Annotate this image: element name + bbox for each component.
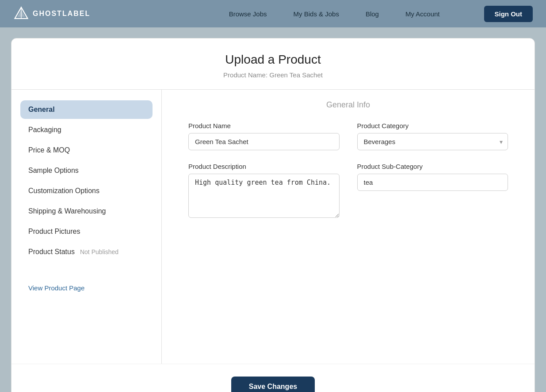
page-title: Upload a Product (20, 53, 526, 67)
product-subcategory-input[interactable] (357, 174, 508, 191)
nav-browse-jobs[interactable]: Browse Jobs (229, 10, 267, 18)
nav-links: Browse Jobs My Bids & Jobs Blog My Accou… (229, 6, 533, 22)
product-description-label: Product Description (188, 163, 340, 170)
sidebar-item-shipping-warehousing[interactable]: Shipping & Warehousing (20, 202, 153, 221)
section-title: General Info (188, 100, 508, 110)
navbar: GHOSTLABEL Browse Jobs My Bids & Jobs Bl… (0, 0, 546, 27)
sidebar-item-price-moq[interactable]: Price & MOQ (20, 141, 153, 160)
product-category-label: Product Category (357, 122, 508, 129)
product-status-badge: Not Published (80, 248, 118, 255)
product-description-textarea[interactable]: High quality green tea from China. (188, 174, 340, 218)
nav-my-account[interactable]: My Account (405, 10, 440, 18)
sign-out-button[interactable]: Sign Out (484, 6, 533, 22)
card-body: General Packaging Price & MOQ Sample Opt… (11, 90, 535, 364)
nav-blog[interactable]: Blog (366, 10, 379, 18)
product-status-label: Product Status (28, 248, 75, 256)
card-footer: Save Changes (11, 364, 535, 392)
nav-my-bids-jobs[interactable]: My Bids & Jobs (294, 10, 339, 18)
form-content: General Info Product Name Product Catego… (162, 90, 535, 364)
brand-logo[interactable]: GHOSTLABEL (13, 6, 90, 22)
sidebar-item-customization-options[interactable]: Customization Options (20, 182, 153, 200)
page-wrapper: Upload a Product Product Name: Green Tea… (0, 27, 546, 392)
form-group-product-category: Product Category Beverages Food Health B… (357, 122, 508, 150)
product-subcategory-label: Product Sub-Category (357, 163, 508, 170)
form-group-product-name: Product Name (188, 122, 340, 150)
product-category-select-wrapper: Beverages Food Health Beauty Other ▾ (357, 133, 508, 150)
form-row-1: Product Name Product Category Beverages … (188, 122, 508, 150)
form-group-product-subcategory: Product Sub-Category (357, 163, 508, 218)
product-status-row: Product Status Not Published (20, 243, 153, 261)
card-header: Upload a Product Product Name: Green Tea… (11, 38, 535, 90)
sidebar: General Packaging Price & MOQ Sample Opt… (11, 90, 162, 364)
sidebar-item-general[interactable]: General (20, 100, 153, 119)
brand-name: GHOSTLABEL (33, 10, 90, 18)
product-subtitle: Product Name: Green Tea Sachet (20, 71, 526, 79)
sidebar-item-product-pictures[interactable]: Product Pictures (20, 222, 153, 241)
view-product-page-link[interactable]: View Product Page (20, 279, 153, 297)
sidebar-item-packaging[interactable]: Packaging (20, 121, 153, 139)
form-group-product-description: Product Description High quality green t… (188, 163, 340, 218)
product-category-select[interactable]: Beverages Food Health Beauty Other (357, 133, 508, 150)
sidebar-item-sample-options[interactable]: Sample Options (20, 161, 153, 180)
product-name-input[interactable] (188, 133, 340, 150)
main-card: Upload a Product Product Name: Green Tea… (11, 38, 535, 392)
save-changes-button[interactable]: Save Changes (231, 377, 315, 392)
form-row-2: Product Description High quality green t… (188, 163, 508, 218)
product-name-label: Product Name (188, 122, 340, 129)
